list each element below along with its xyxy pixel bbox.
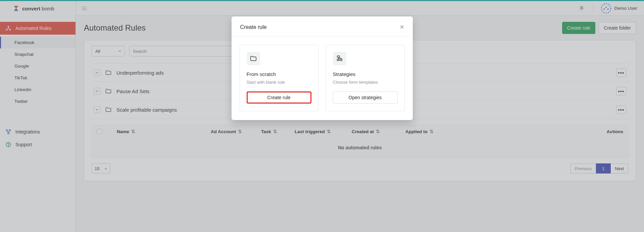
- option-from-scratch: From scratch Start with blank rule Creat…: [240, 45, 318, 111]
- close-icon: ✕: [400, 24, 404, 30]
- svg-rect-19: [337, 59, 339, 61]
- svg-rect-18: [340, 59, 342, 61]
- hierarchy-icon: [333, 52, 346, 65]
- option-strategies-title: Strategies: [333, 71, 398, 77]
- create-rule-from-scratch-button[interactable]: Create rule: [247, 91, 311, 104]
- option-scratch-subtitle: Start with blank rule: [247, 80, 311, 85]
- modal-close-button[interactable]: ✕: [400, 24, 404, 30]
- option-strategies-subtitle: Choose form templates: [333, 80, 398, 85]
- create-rule-modal: Create rule ✕ From scratch Start with bl…: [232, 16, 413, 120]
- modal-title: Create rule: [240, 24, 267, 30]
- folder-blank-icon: [247, 52, 260, 65]
- modal-header: Create rule ✕: [232, 16, 413, 37]
- modal-body: From scratch Start with blank rule Creat…: [232, 37, 413, 120]
- svg-rect-17: [337, 56, 339, 57]
- option-scratch-title: From scratch: [247, 71, 311, 77]
- option-strategies: Strategies Choose form templates Open st…: [326, 45, 405, 111]
- open-strategies-button[interactable]: Open strategies: [333, 91, 398, 104]
